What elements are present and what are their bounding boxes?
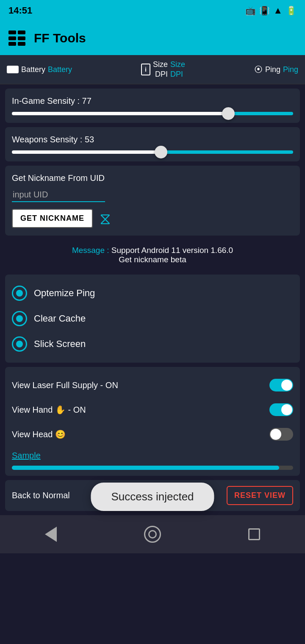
radio-circle-2 [12, 336, 27, 352]
radio-options-card: Optemize Ping Clear Cache Slick Screen [5, 275, 300, 363]
nav-back-button[interactable] [38, 522, 64, 547]
nav-home-button[interactable] [140, 522, 165, 547]
top-tabs: Battery Battery i Size Size DPI DPI ⦿ Pi… [0, 55, 305, 84]
nickname-card: Get Nickname From UID GET NICKNAME ⧖ [5, 166, 300, 236]
radio-inner-1 [16, 315, 23, 322]
weapons-sensity-slider[interactable] [12, 150, 293, 154]
back-to-normal-label: Back to Normal [12, 491, 70, 500]
toggle-label-2: View Head 😊 [12, 429, 66, 439]
nav-home-icon [144, 526, 161, 543]
toggle-switch-0[interactable] [269, 379, 293, 391]
in-game-sensity-thumb[interactable] [222, 107, 235, 120]
radio-circle-1 [12, 311, 27, 326]
app-title: FF Tools [34, 31, 86, 45]
progress-bar-fill [12, 466, 279, 470]
radio-inner-2 [16, 341, 23, 347]
dpi-label: DPI [155, 70, 168, 79]
in-game-sensity-label: In-Game Sensity : 77 [12, 96, 293, 106]
toggle-switch-1[interactable] [269, 403, 293, 416]
size-label-blue: Size [170, 60, 185, 69]
ping-label: Ping [265, 65, 280, 74]
battery-icon: 🔋 [286, 6, 297, 16]
toggle-item-0: View Laser Full Supply - ON [12, 373, 293, 397]
nav-back-icon [45, 527, 57, 542]
radio-inner-0 [16, 290, 23, 297]
radio-label-1: Clear Cache [34, 313, 86, 324]
radio-label-2: Slick Screen [34, 339, 86, 350]
menu-icon[interactable] [8, 31, 27, 46]
status-bar: 14:51 📺 📳 ▲ 🔋 [0, 0, 305, 21]
toggle-card: View Laser Full Supply - ON View Hand ✋ … [5, 367, 300, 476]
radio-label-0: Optemize Ping [34, 288, 95, 299]
message-text-line2: Get nickname beta [7, 255, 298, 264]
battery-tab-icon [7, 66, 19, 73]
nickname-section-label: Get Nickname From UID [12, 173, 293, 183]
status-icons: 📺 📳 ▲ 🔋 [245, 5, 297, 16]
toggle-knob-0 [281, 380, 292, 391]
ping-label-blue: Ping [283, 65, 298, 74]
bottom-bar: Back to Normal Success injected RESET VI… [5, 480, 300, 511]
nav-bar [0, 515, 305, 553]
radio-item-2[interactable]: Slick Screen [12, 331, 293, 357]
toggle-knob-2 [270, 429, 281, 440]
toggle-switch-2[interactable] [269, 428, 293, 441]
radio-circle-0 [12, 286, 27, 301]
nav-recent-icon [248, 528, 260, 540]
status-time: 14:51 [8, 5, 32, 16]
toggle-label-0: View Laser Full Supply - ON [12, 380, 118, 390]
in-game-sensity-slider[interactable] [12, 112, 293, 115]
progress-bar [12, 466, 293, 470]
dpi-label-blue: DPI [170, 70, 183, 79]
uid-input[interactable] [12, 188, 105, 202]
ping-col: Ping Ping [265, 65, 298, 74]
loading-icon: ⧖ [100, 211, 111, 227]
weapons-sensity-thumb[interactable] [155, 146, 167, 158]
weapons-sensity-card: Weapons Sensity : 53 [5, 127, 300, 161]
info-tab-icon: i [141, 64, 150, 75]
size-label: Size [153, 60, 168, 69]
radio-item-0[interactable]: Optemize Ping [12, 280, 293, 306]
radio-item-1[interactable]: Clear Cache [12, 306, 293, 331]
tab-size-dpi[interactable]: i Size Size DPI DPI [141, 60, 185, 79]
message-text-line1: Support Android 11 version 1.66.0 [111, 246, 233, 255]
toast-message: Success injected [111, 490, 194, 503]
app-bar: FF Tools [0, 21, 305, 55]
nickname-row: GET NICKNAME ⧖ [12, 209, 293, 228]
get-nickname-button[interactable]: GET NICKNAME [12, 209, 93, 228]
toggle-item-1: View Hand ✋ - ON [12, 397, 293, 422]
vibrate-icon: 📳 [259, 6, 270, 16]
toggle-item-2: View Head 😊 [12, 422, 293, 447]
success-toast: Success injected [91, 483, 214, 511]
cast-icon: 📺 [245, 6, 256, 16]
toggle-label-1: View Hand ✋ - ON [12, 405, 86, 415]
sample-link[interactable]: Sample [12, 451, 293, 461]
nav-bar-area [0, 515, 305, 558]
toggle-knob-1 [281, 404, 292, 415]
message-prefix: Message : [72, 246, 111, 255]
wifi-icon: ▲ [273, 5, 283, 16]
battery-tab-label: Battery [21, 65, 45, 74]
size-dpi-col: Size Size DPI DPI [153, 60, 185, 79]
in-game-sensity-card: In-Game Sensity : 77 [5, 89, 300, 123]
reset-view-button[interactable]: RESET VIEW [227, 486, 293, 505]
message-section: Message : Support Android 11 version 1.6… [0, 240, 305, 270]
nav-recent-button[interactable] [241, 522, 267, 547]
weapons-sensity-label: Weapons Sensity : 53 [12, 135, 293, 144]
wifi-tab-icon: ⦿ [254, 65, 263, 75]
battery-tab-label-blue: Battery [48, 65, 72, 74]
message-line1: Message : Support Android 11 version 1.6… [7, 246, 298, 255]
tab-battery[interactable]: Battery Battery [7, 65, 72, 74]
tab-ping[interactable]: ⦿ Ping Ping [254, 65, 298, 75]
